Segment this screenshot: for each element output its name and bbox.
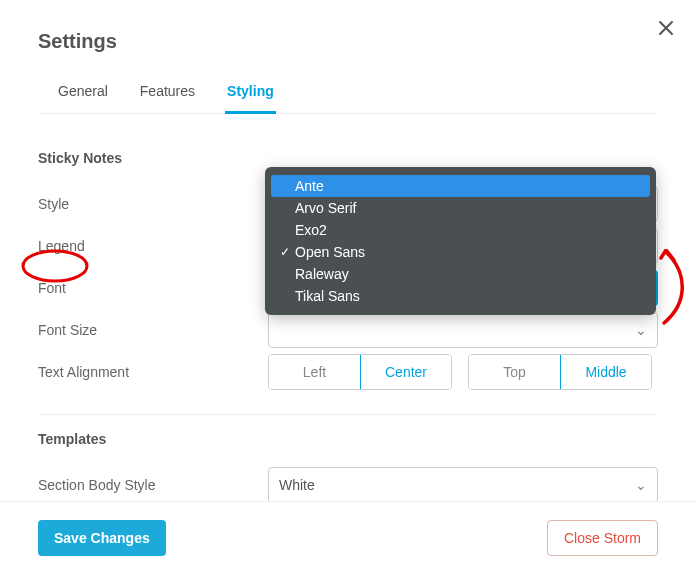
- check-icon: ✓: [275, 245, 295, 259]
- horiz-align-group: Left Center: [268, 354, 452, 390]
- font-option-label: Raleway: [295, 266, 646, 282]
- label-text-alignment: Text Alignment: [38, 364, 268, 380]
- label-legend: Legend: [38, 238, 268, 254]
- section-body-style-value: White: [279, 477, 315, 493]
- font-option[interactable]: ✓Open Sans: [271, 241, 650, 263]
- chevron-down-icon: ⌄: [635, 477, 647, 493]
- font-option-label: Ante: [295, 178, 646, 194]
- font-option[interactable]: Tikal Sans: [271, 285, 650, 307]
- divider: [38, 414, 658, 415]
- font-option[interactable]: Ante: [271, 175, 650, 197]
- font-option[interactable]: Arvo Serif: [271, 197, 650, 219]
- font-option-label: Tikal Sans: [295, 288, 646, 304]
- align-left-button[interactable]: Left: [269, 355, 360, 389]
- tab-general[interactable]: General: [56, 83, 110, 113]
- label-font: Font: [38, 280, 268, 296]
- save-button[interactable]: Save Changes: [38, 520, 166, 556]
- label-section-body-style: Section Body Style: [38, 477, 268, 493]
- section-sticky-notes: Sticky Notes: [38, 150, 658, 166]
- tab-styling[interactable]: Styling: [225, 83, 276, 114]
- align-middle-button[interactable]: Middle: [560, 355, 651, 389]
- chevron-down-icon: ⌄: [635, 322, 647, 338]
- font-size-select[interactable]: ⌄: [268, 312, 658, 348]
- label-font-size: Font Size: [38, 322, 268, 338]
- font-dropdown[interactable]: AnteArvo SerifExo2✓Open SansRalewayTikal…: [265, 167, 656, 315]
- font-option-label: Open Sans: [295, 244, 646, 260]
- section-body-style-select[interactable]: White ⌄: [268, 467, 658, 503]
- label-style: Style: [38, 196, 268, 212]
- font-option[interactable]: Exo2: [271, 219, 650, 241]
- font-option[interactable]: Raleway: [271, 263, 650, 285]
- tab-features[interactable]: Features: [138, 83, 197, 113]
- align-top-button[interactable]: Top: [469, 355, 560, 389]
- font-option-label: Arvo Serif: [295, 200, 646, 216]
- vert-align-group: Top Middle: [468, 354, 652, 390]
- tabs: General Features Styling: [38, 83, 658, 114]
- page-title: Settings: [38, 30, 658, 53]
- close-storm-button[interactable]: Close Storm: [547, 520, 658, 556]
- align-center-button[interactable]: Center: [360, 355, 451, 389]
- section-templates: Templates: [38, 431, 658, 447]
- font-option-label: Exo2: [295, 222, 646, 238]
- close-icon[interactable]: [658, 20, 674, 39]
